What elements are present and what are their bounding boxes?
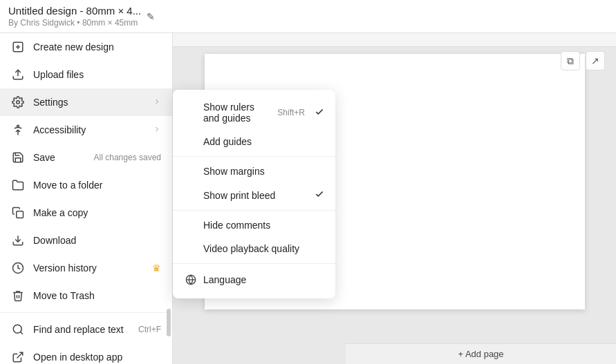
menu-item-arrow-accessibility (153, 125, 161, 135)
menu-item-move-to-trash[interactable]: Move to Trash (0, 282, 172, 309)
create-icon (11, 40, 25, 54)
submenu-check-show-rulers (315, 107, 324, 119)
menu-item-label-move-to-folder: Move to a folder (33, 180, 161, 191)
trash-icon (11, 289, 25, 303)
submenu-divider (173, 263, 335, 264)
submenu-item-video-playback[interactable]: Video playback quality (173, 237, 335, 260)
left-menu: Create new designUpload filesSettingsAcc… (0, 33, 173, 364)
submenu-label-add-guides: Add guides (203, 136, 324, 147)
ruler-top: 05101520253035404550556065707580 (173, 33, 616, 47)
menu-item-crown-version-history: ♛ (152, 262, 161, 274)
submenu-label-show-print-bleed: Show print bleed (203, 190, 309, 201)
menu-item-arrow-settings (153, 97, 161, 108)
canvas-toolbar: ⧉ ↗ (561, 51, 605, 70)
title-group: Untitled design - 80mm × 4... By Chris S… (8, 5, 141, 28)
edit-title-icon[interactable]: ✎ (147, 11, 155, 22)
submenu-item-show-print-bleed[interactable]: Show print bleed (173, 183, 335, 207)
menu-item-label-upload-files: Upload files (33, 69, 161, 80)
export-canvas-button[interactable]: ↗ (586, 51, 605, 70)
globe-icon (184, 273, 198, 287)
submenu-divider (173, 210, 335, 211)
settings-submenu: Show rulers and guidesShift+RAdd guidesS… (173, 90, 335, 298)
search-icon (11, 323, 25, 336)
submenu-shortcut-show-rulers: Shift+R (277, 108, 305, 117)
menu-item-label-save: Save (33, 152, 86, 163)
menu-item-find-replace[interactable]: Find and replace textCtrl+F (0, 316, 172, 343)
top-bar: Untitled design - 80mm × 4... By Chris S… (0, 0, 616, 33)
ruler-ticks: 05101520253035404550556065707580 (173, 33, 616, 46)
folder-icon (11, 178, 25, 192)
copy-canvas-button[interactable]: ⧉ (561, 51, 580, 70)
menu-item-label-make-a-copy: Make a copy (33, 207, 161, 218)
submenu-label-language: Language (203, 274, 324, 285)
menu-item-label-move-to-trash: Move to Trash (33, 290, 161, 301)
menu-item-label-version-history: Version history (33, 262, 144, 274)
menu-scrollbar[interactable] (167, 309, 171, 336)
menu-item-accessibility[interactable]: Accessibility (0, 116, 172, 144)
submenu-item-hide-comments[interactable]: Hide comments (173, 213, 335, 237)
submenu-label-video-playback: Video playback quality (203, 243, 324, 254)
svg-line-10 (20, 332, 22, 334)
design-title: Untitled design - 80mm × 4... (8, 5, 141, 17)
design-subtitle: By Chris Sidgwick • 80mm × 45mm (8, 18, 141, 28)
menu-item-label-settings: Settings (33, 97, 144, 108)
menu-item-download[interactable]: Download (0, 227, 172, 254)
svg-rect-6 (17, 211, 24, 218)
svg-point-9 (13, 325, 21, 333)
upload-icon (11, 68, 25, 82)
menu-item-create-new-design[interactable]: Create new design (0, 33, 172, 61)
menu-item-label-open-desktop: Open in desktop app (33, 352, 161, 363)
submenu-check-show-print-bleed (315, 189, 324, 201)
menu-item-badge-save: All changes saved (94, 153, 161, 162)
menu-divider (0, 312, 172, 313)
save-icon (11, 151, 25, 164)
menu-item-settings[interactable]: Settings (0, 88, 172, 116)
history-icon (11, 261, 25, 275)
menu-item-label-find-replace: Find and replace text (33, 324, 130, 335)
submenu-item-language[interactable]: Language (173, 267, 335, 293)
accessibility-icon (11, 123, 25, 137)
desktop-icon (11, 350, 25, 364)
menu-item-label-create-new-design: Create new design (33, 41, 161, 52)
submenu-label-show-margins: Show margins (203, 166, 324, 177)
submenu-divider (173, 156, 335, 157)
download-icon (11, 233, 25, 247)
menu-item-label-download: Download (33, 235, 161, 246)
menu-item-label-accessibility: Accessibility (33, 124, 144, 135)
copy-icon (11, 206, 25, 220)
add-page-bar[interactable]: + Add page (346, 343, 616, 364)
submenu-label-hide-comments: Hide comments (203, 220, 324, 231)
menu-item-move-to-folder[interactable]: Move to a folder (0, 171, 172, 199)
submenu-item-add-guides[interactable]: Add guides (173, 130, 335, 153)
svg-point-4 (17, 101, 20, 104)
settings-icon (11, 95, 25, 109)
svg-line-11 (17, 352, 23, 358)
menu-item-upload-files[interactable]: Upload files (0, 61, 172, 88)
menu-item-save[interactable]: SaveAll changes saved (0, 144, 172, 171)
add-page-label: + Add page (458, 349, 503, 359)
submenu-label-show-rulers: Show rulers and guides (203, 102, 272, 124)
menu-item-open-desktop[interactable]: Open in desktop app (0, 343, 172, 364)
submenu-item-show-rulers[interactable]: Show rulers and guidesShift+R (173, 95, 335, 130)
submenu-item-show-margins[interactable]: Show margins (173, 160, 335, 183)
menu-item-version-history[interactable]: Version history♛ (0, 254, 172, 282)
menu-item-shortcut-find-replace: Ctrl+F (138, 325, 161, 334)
menu-item-make-a-copy[interactable]: Make a copy (0, 199, 172, 227)
